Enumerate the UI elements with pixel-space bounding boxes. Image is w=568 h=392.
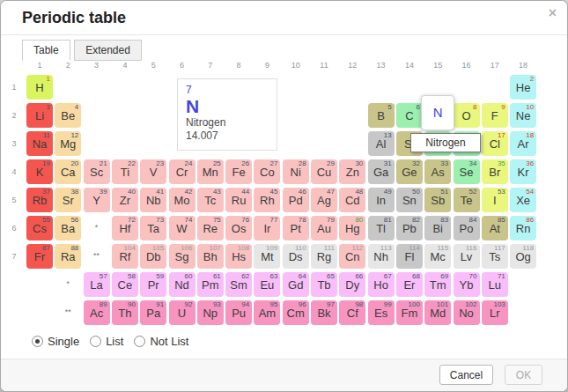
element-cell-Te[interactable]: 52Te <box>454 188 480 212</box>
element-cell-Ts[interactable]: 117Ts <box>482 244 508 269</box>
element-cell-Er[interactable]: 68Er <box>396 272 423 297</box>
element-cell-Ds[interactable]: 110Ds <box>283 244 309 269</box>
element-cell-Ga[interactable]: 31Ga <box>368 159 395 184</box>
element-cell-U[interactable]: 92U <box>169 300 195 325</box>
element-cell-Cs[interactable]: 55Cs <box>26 216 53 240</box>
element-cell-Zn[interactable]: 30Zn <box>339 159 365 184</box>
element-cell-Mg[interactable]: 12Mg <box>55 131 81 156</box>
element-cell-He[interactable]: 2He <box>510 75 536 100</box>
element-cell-Cu[interactable]: 29Cu <box>311 159 337 184</box>
element-cell-Tl[interactable]: 81Tl <box>368 216 395 240</box>
element-cell-Pm[interactable]: 61Pm <box>197 272 224 297</box>
element-cell-Kr[interactable]: 36Kr <box>510 159 536 184</box>
element-cell-Pt[interactable]: 78Pt <box>283 216 309 240</box>
element-cell-Eu[interactable]: 63Eu <box>254 272 280 297</box>
element-cell-Mn[interactable]: 25Mn <box>197 159 224 184</box>
element-cell-Yb[interactable]: 70Yb <box>454 272 480 297</box>
element-cell-Mt[interactable]: 109Mt <box>254 244 280 269</box>
element-cell-Y[interactable]: 39Y <box>84 188 110 212</box>
element-cell-Ca[interactable]: 20Ca <box>55 159 81 184</box>
element-cell-Hf[interactable]: 72Hf <box>112 216 138 240</box>
element-cell-Ba[interactable]: 56Ba <box>55 216 81 240</box>
element-cell-Es[interactable]: 99Es <box>368 300 395 325</box>
element-cell-Cf[interactable]: 98Cf <box>339 300 365 325</box>
element-cell-N[interactable]: 7N <box>421 95 454 130</box>
element-cell-Pu[interactable]: 94Pu <box>225 300 252 325</box>
element-cell-Db[interactable]: 105Db <box>140 244 166 269</box>
element-cell-Lu[interactable]: 71Lu <box>482 272 508 297</box>
element-cell-Rh[interactable]: 45Rh <box>254 188 280 212</box>
element-cell-Ta[interactable]: 73Ta <box>140 216 166 240</box>
element-cell-Ir[interactable]: 77Ir <box>254 216 280 240</box>
element-cell-Nd[interactable]: 60Nd <box>169 272 195 297</box>
element-cell-Sm[interactable]: 62Sm <box>225 272 252 297</box>
element-cell-Na[interactable]: 11Na <box>26 131 53 156</box>
element-cell-Gd[interactable]: 64Gd <box>283 272 309 297</box>
element-cell-Tc[interactable]: 43Tc <box>197 188 224 212</box>
element-cell-Fm[interactable]: 100Fm <box>396 300 423 325</box>
element-cell-F[interactable]: 9F <box>482 103 508 128</box>
element-cell-Rg[interactable]: 111Rg <box>311 244 337 269</box>
element-cell-Ge[interactable]: 32Ge <box>396 159 423 184</box>
element-cell-Ru[interactable]: 44Ru <box>225 188 252 212</box>
element-cell-Ag[interactable]: 47Ag <box>311 188 337 212</box>
element-cell-Sr[interactable]: 38Sr <box>55 188 81 212</box>
element-cell-Nb[interactable]: 41Nb <box>140 188 166 212</box>
element-cell-Cl[interactable]: 17Cl <box>482 131 508 156</box>
element-cell-Br[interactable]: 35Br <box>482 159 508 184</box>
element-cell-Se[interactable]: 34Se <box>454 159 480 184</box>
element-cell-Mo[interactable]: 42Mo <box>169 188 195 212</box>
element-cell-C[interactable]: 6C <box>396 103 423 128</box>
element-cell-Tm[interactable]: 69Tm <box>424 272 451 297</box>
element-cell-Zr[interactable]: 40Zr <box>112 188 138 212</box>
element-cell-Au[interactable]: 79Au <box>311 216 337 240</box>
element-cell-Hs[interactable]: 108Hs <box>225 244 252 269</box>
element-cell-Ac[interactable]: 89Ac <box>84 300 110 325</box>
element-cell-Xe[interactable]: 54Xe <box>510 188 536 212</box>
element-cell-Og[interactable]: 118Og <box>510 244 536 269</box>
element-cell-At[interactable]: 85At <box>482 216 508 240</box>
element-cell-Th[interactable]: 90Th <box>112 300 138 325</box>
element-cell-No[interactable]: 102No <box>454 300 480 325</box>
element-cell-Bk[interactable]: 97Bk <box>311 300 337 325</box>
element-cell-Nh[interactable]: 113Nh <box>368 244 395 269</box>
radio-list[interactable]: List <box>90 335 123 348</box>
element-cell-Cr[interactable]: 24Cr <box>169 159 195 184</box>
element-cell-Sb[interactable]: 51Sb <box>424 188 451 212</box>
element-cell-Rn[interactable]: 86Rn <box>510 216 536 240</box>
element-cell-Mc[interactable]: 115Mc <box>424 244 451 269</box>
element-cell-Ti[interactable]: 22Ti <box>112 159 138 184</box>
element-cell-Pb[interactable]: 82Pb <box>396 216 423 240</box>
element-cell-Co[interactable]: 27Co <box>254 159 280 184</box>
element-cell-B[interactable]: 5B <box>368 103 395 128</box>
element-cell-Dy[interactable]: 66Dy <box>339 272 365 297</box>
element-cell-Cn[interactable]: 112Cn <box>339 244 365 269</box>
element-cell-Sn[interactable]: 50Sn <box>396 188 423 212</box>
element-cell-Ho[interactable]: 67Ho <box>368 272 395 297</box>
element-cell-Pd[interactable]: 46Pd <box>283 188 309 212</box>
element-cell-Ce[interactable]: 58Ce <box>112 272 138 297</box>
element-cell-Al[interactable]: 13Al <box>368 131 395 156</box>
element-cell-V[interactable]: 23V <box>140 159 166 184</box>
element-cell-Ar[interactable]: 18Ar <box>510 131 536 156</box>
element-cell-Li[interactable]: 3Li <box>26 103 53 128</box>
element-cell-In[interactable]: 49In <box>368 188 395 212</box>
element-cell-Md[interactable]: 101Md <box>424 300 451 325</box>
element-cell-Np[interactable]: 93Np <box>197 300 224 325</box>
element-cell-Os[interactable]: 76Os <box>225 216 252 240</box>
element-cell-Cm[interactable]: 96Cm <box>283 300 309 325</box>
element-cell-I[interactable]: 53I <box>482 188 508 212</box>
element-cell-W[interactable]: 74W <box>169 216 195 240</box>
element-cell-Sc[interactable]: 21Sc <box>84 159 110 184</box>
element-cell-Ni[interactable]: 28Ni <box>283 159 309 184</box>
element-cell-La[interactable]: 57La <box>84 272 110 297</box>
element-cell-Fe[interactable]: 26Fe <box>225 159 252 184</box>
element-cell-Sg[interactable]: 106Sg <box>169 244 195 269</box>
element-cell-Bi[interactable]: 83Bi <box>424 216 451 240</box>
tab-table[interactable]: Table <box>22 40 70 61</box>
element-cell-Rb[interactable]: 37Rb <box>26 188 53 212</box>
element-cell-Rf[interactable]: 104Rf <box>112 244 138 269</box>
element-cell-Lr[interactable]: 103Lr <box>482 300 508 325</box>
element-cell-As[interactable]: 33As <box>424 159 451 184</box>
element-cell-Tb[interactable]: 65Tb <box>311 272 337 297</box>
